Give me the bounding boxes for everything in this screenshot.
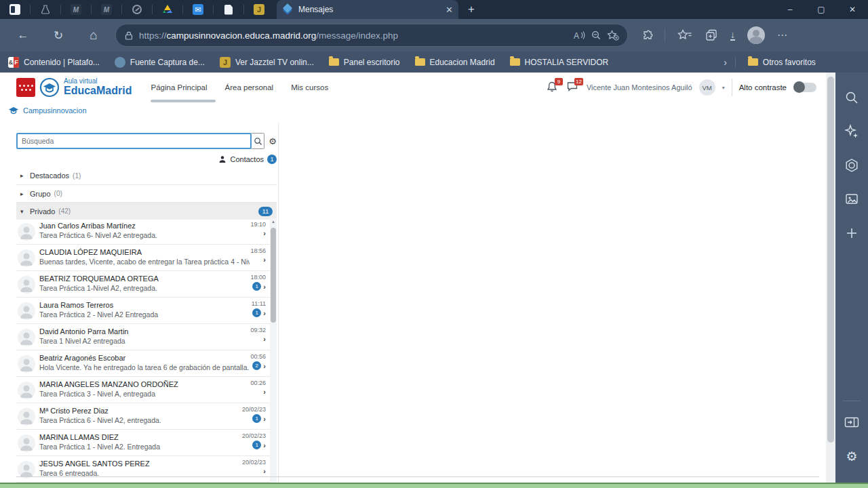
nav-item-courses[interactable]: Mis cursos (291, 83, 328, 92)
close-tab-icon[interactable]: ✕ (446, 5, 453, 15)
favorite-add-icon[interactable] (607, 30, 619, 41)
pinned-tab[interactable] (0, 0, 30, 19)
sidebar-add-icon[interactable] (835, 216, 868, 250)
bookmarks-overflow-icon[interactable]: › (724, 57, 727, 68)
contrast-toggle[interactable] (793, 83, 816, 92)
collections-icon[interactable] (705, 28, 718, 42)
profile-avatar[interactable] (747, 26, 765, 44)
pinned-tab[interactable]: M (61, 0, 91, 19)
section-private[interactable]: ▾ Privado (42) 11 (16, 202, 277, 220)
sidebar-settings-icon[interactable]: ⚙ (835, 439, 868, 473)
conversation-row[interactable]: Beatriz Aragonés Escobar Hola Vicente. Y… (16, 350, 277, 377)
section-starred[interactable]: ▸ Destacados (1) (16, 167, 277, 184)
search-button[interactable] (252, 133, 264, 149)
breadcrumb-label[interactable]: Campusinnovacion (23, 106, 87, 115)
conversation-time: 20/02/23 (242, 406, 266, 413)
bookmarks-bar: &F Contenido | Platafo... Fuente Captura… (0, 52, 868, 73)
bookmark-folder[interactable]: Panel escritorio (329, 58, 400, 67)
extensions-icon[interactable] (640, 28, 654, 42)
conversation-row[interactable]: CLAUDIA LÓPEZ MAQUIEIRA Buenas tardes, V… (16, 245, 277, 271)
messages-toggle[interactable]: 12 (566, 81, 580, 94)
conversation-name: David Antonio Parra Martin (39, 327, 250, 336)
bookmark-folder[interactable]: HOSTALIA SERVIDOR (510, 58, 609, 67)
avatar (18, 249, 35, 267)
panel-divider (278, 123, 279, 483)
chevron-right-icon: › (263, 335, 266, 343)
read-aloud-icon[interactable]: A (573, 30, 585, 41)
separator (665, 28, 665, 42)
pinned-tab[interactable]: ✉ (183, 0, 213, 19)
conversation-row[interactable]: David Antonio Parra Martin Tarea 1 Nivel… (16, 324, 277, 350)
active-tab[interactable]: Mensajes ✕ (277, 0, 458, 19)
other-favorites[interactable]: Otros favoritos (748, 58, 816, 67)
list-scrollbar[interactable]: ▲ (270, 218, 277, 483)
conversation-row[interactable]: MARIA ANGELES MANZANO ORDOÑEZ Tarea Prác… (16, 377, 277, 403)
contacts-link[interactable]: Contactos 1 (218, 155, 277, 164)
message-settings-gear-icon[interactable]: ⚙ (269, 137, 277, 146)
pinned-tab[interactable] (153, 0, 182, 19)
site-logo[interactable]: Aula virtual EducaMadrid (16, 77, 132, 98)
minimize-button[interactable]: – (774, 0, 806, 19)
settings-menu-icon[interactable]: ⋯ (777, 29, 788, 41)
page-scrollbar[interactable] (826, 73, 835, 483)
bookmark-item[interactable]: J Ver Jazztel TV onlin... (220, 57, 314, 68)
bookmark-label: HOSTALIA SERVIDOR (525, 58, 609, 67)
new-tab-button[interactable]: + (468, 3, 475, 16)
search-input[interactable] (16, 133, 252, 149)
refresh-button[interactable]: ↻ (52, 28, 65, 43)
sidebar-microsoft365-icon[interactable] (835, 148, 868, 182)
pinned-tab[interactable]: M (92, 0, 121, 19)
home-button[interactable]: ⌂ (87, 28, 100, 43)
pinned-tab[interactable] (31, 0, 60, 19)
notifications-bell[interactable]: 9 (546, 81, 559, 94)
maximize-button[interactable]: ▢ (806, 0, 837, 19)
conversation-row[interactable]: Laura Ramos Terreros Tarea Práctica 2 - … (16, 298, 277, 324)
graduation-cap-icon (8, 106, 19, 115)
compass-icon (132, 5, 142, 14)
conversation-row[interactable]: Juan Carlos Arribas Martínez Tarea Práct… (16, 218, 277, 245)
back-button[interactable]: ← (16, 28, 30, 42)
sidebar-discover-icon[interactable] (835, 115, 868, 148)
m-letter-icon: M (71, 4, 81, 15)
bookmark-folder[interactable]: Educacion Madrid (415, 58, 495, 67)
section-group[interactable]: ▸ Grupo (0) (16, 184, 277, 202)
sidebar-open-panel-icon[interactable] (835, 405, 868, 439)
nav-item-home[interactable]: Página Principal (151, 83, 207, 92)
bookmark-label: Otros favoritos (763, 58, 816, 67)
conversation-preview: Tarea 1 Nivel A2 entregada (39, 337, 250, 345)
downloads-icon[interactable]: ↓ (730, 30, 735, 41)
favorites-icon[interactable] (677, 29, 692, 41)
address-bar[interactable]: https://campusinnovacion.educa.madrid.or… (115, 24, 628, 47)
chevron-right-icon: › (263, 467, 266, 475)
pinned-tab[interactable] (214, 0, 243, 19)
conversation-time: 20/02/23 (242, 432, 266, 439)
lock-icon (124, 30, 134, 41)
breadcrumb[interactable]: Campusinnovacion (8, 106, 87, 115)
conversation-row[interactable]: Mª Cristo Perez Diaz Tarea Práctica 6 - … (16, 403, 277, 430)
bookmark-item[interactable]: &F Contenido | Platafo... (8, 57, 100, 68)
close-button[interactable]: ✕ (837, 0, 868, 19)
bookmark-label: Contenido | Platafo... (24, 58, 100, 67)
pinned-tab[interactable]: J (244, 0, 274, 19)
scroll-up-arrow-icon[interactable]: ▲ (270, 220, 277, 224)
conversation-row[interactable]: JESUS ANGEL SANTOS PEREZ Tarea 6 entrega… (16, 456, 277, 483)
nav-item-dashboard[interactable]: Área personal (225, 83, 274, 92)
chevron-right-icon: › (263, 229, 266, 237)
pinned-tab[interactable] (122, 0, 152, 19)
scrollbar-thumb[interactable] (271, 228, 276, 323)
chevron-down-icon[interactable]: ▾ (722, 85, 725, 91)
conversation-row[interactable]: MARINA LLAMAS DIEZ Tarea Práctica 1 - Ni… (16, 430, 277, 456)
zoom-out-icon[interactable] (591, 30, 601, 41)
bookmark-item[interactable]: Fuente Captura de... (115, 57, 205, 68)
sidebar-image-creator-icon[interactable] (835, 182, 868, 216)
conversation-meta: 09:32 › (250, 327, 266, 343)
conversation-row[interactable]: BEATRIZ TORQUEMADA ORTEGA Tarea Práctica… (16, 271, 277, 298)
conversation-meta: 11:11 1› (252, 300, 266, 317)
sidebar-search-icon[interactable] (835, 81, 868, 115)
site-nav: Página Principal Área personal Mis curso… (151, 73, 328, 102)
conversation-preview: Tarea Práctica 1-Nivel A2, entregada. (39, 284, 250, 292)
separator (843, 401, 861, 401)
scrollbar-thumb[interactable] (827, 77, 834, 443)
user-avatar[interactable]: VM (699, 79, 715, 96)
user-name[interactable]: Vicente Juan Montesinos Aguiló (587, 83, 692, 92)
